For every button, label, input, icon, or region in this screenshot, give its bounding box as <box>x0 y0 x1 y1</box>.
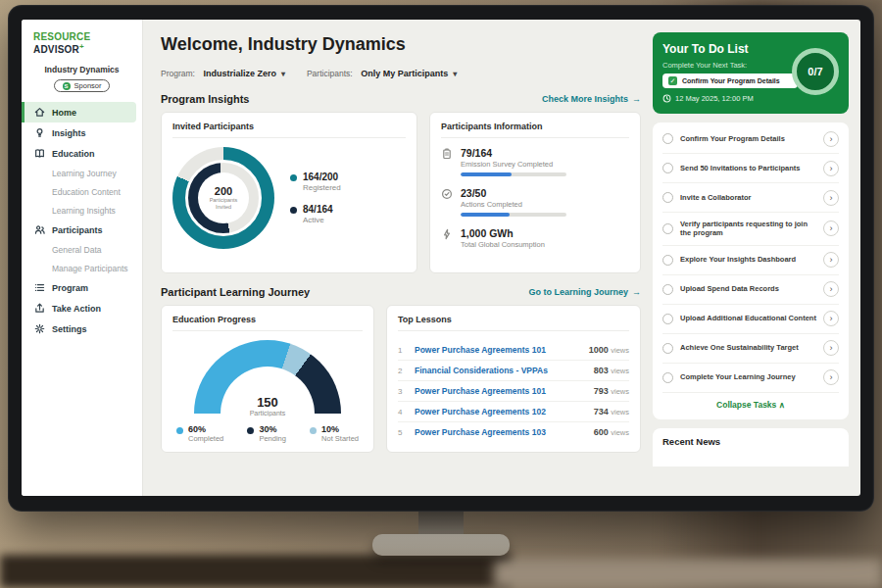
sidebar-item-settings[interactable]: Settings <box>22 318 142 339</box>
donut-center-label: Participants Invited <box>204 197 243 210</box>
task-checkbox[interactable] <box>662 163 673 173</box>
todo-list-card: Confirm Your Program Details › Send 50 I… <box>653 122 849 419</box>
go-to-learning-journey-link[interactable]: Go to Learning Journey → <box>528 287 641 297</box>
task-checkbox[interactable] <box>662 223 673 234</box>
clock-icon <box>662 94 671 103</box>
participants-select[interactable]: Only My Participants ▾ <box>361 69 457 78</box>
program-label: Program: <box>161 69 195 78</box>
sidebar-item-label: General Data <box>52 245 102 255</box>
sponsor-label: Sponsor <box>74 81 102 90</box>
lesson-link[interactable]: Financial Considerations - VPPAs <box>415 366 586 375</box>
views-suffix: views <box>611 367 629 375</box>
task-open-button[interactable]: › <box>823 311 839 326</box>
task-open-button[interactable]: › <box>823 190 839 206</box>
due-date: 12 May 2025, 12:00 PM <box>675 94 754 103</box>
lesson-link[interactable]: Power Purchase Agreements 101 <box>415 386 586 396</box>
sidebar-item-learning-journey[interactable]: Learning Journey <box>22 164 142 182</box>
checkbox-icon[interactable]: ✓ <box>668 76 677 85</box>
task-row[interactable]: Invite a Collaborator › <box>662 183 839 213</box>
lesson-row: 3 Power Purchase Agreements 101 793 view… <box>398 381 629 402</box>
task-row[interactable]: Confirm Your Program Details › <box>662 124 839 154</box>
task-open-button[interactable]: › <box>823 161 839 176</box>
task-label: Explore Your Insights Dashboard <box>680 255 816 265</box>
legend-completed: 60% Completed <box>176 424 223 443</box>
task-label: Complete Your Learning Journey <box>680 372 816 382</box>
task-row[interactable]: Send 50 Invitations to Participants › <box>662 154 839 183</box>
sidebar-item-education[interactable]: Education <box>22 143 142 164</box>
sponsor-icon: S <box>63 82 71 90</box>
sidebar-item-label: Education Content <box>52 187 121 197</box>
gauge-center-value: 150 <box>194 395 341 410</box>
legend-value: 30% <box>259 424 286 434</box>
sidebar-item-program[interactable]: Program <box>22 277 142 298</box>
task-checkbox[interactable] <box>662 314 673 324</box>
sidebar-item-take-action[interactable]: Take Action <box>22 298 142 318</box>
sidebar-item-home[interactable]: Home <box>22 102 136 122</box>
stat-value: 1,000 GWh <box>461 227 545 239</box>
task-checkbox[interactable] <box>662 133 673 144</box>
legend-not-started: 10% Not Started <box>310 424 359 443</box>
arrow-right-icon: → <box>632 94 641 104</box>
task-open-button[interactable]: › <box>823 369 839 385</box>
task-open-button[interactable]: › <box>823 220 839 236</box>
check-more-insights-link[interactable]: Check More Insights → <box>542 94 641 104</box>
sidebar-item-insights[interactable]: Insights <box>22 122 142 143</box>
clipboard-icon <box>441 148 453 160</box>
task-row[interactable]: Complete Your Learning Journey › <box>662 364 839 393</box>
stat-value: 79/164 <box>461 147 566 159</box>
sidebar-item-manage-participants[interactable]: Manage Participants <box>22 259 142 277</box>
next-task-pill[interactable]: ✓ Confirm Your Program Details <box>662 74 798 88</box>
task-open-button[interactable]: › <box>823 340 839 356</box>
sidebar-item-learning-insights[interactable]: Learning Insights <box>22 201 142 220</box>
lesson-row: 5 Power Purchase Agreements 103 600 view… <box>398 422 629 442</box>
gauge-center: 150 Participants <box>194 395 341 416</box>
task-row[interactable]: Upload Spend Data Records › <box>662 275 839 305</box>
task-row[interactable]: Upload Additional Educational Content › <box>662 305 839 334</box>
sidebar-item-general-data[interactable]: General Data <box>22 240 142 259</box>
lesson-link[interactable]: Power Purchase Agreements 101 <box>415 345 581 355</box>
lesson-link[interactable]: Power Purchase Agreements 103 <box>415 427 586 437</box>
task-row[interactable]: Achieve One Sustainability Target › <box>662 334 839 364</box>
card-title: Participants Information <box>441 122 629 138</box>
sidebar-item-participants[interactable]: Participants <box>22 220 142 240</box>
task-checkbox[interactable] <box>662 284 673 295</box>
progress-fill <box>461 172 512 176</box>
book-icon <box>34 148 45 159</box>
collapse-tasks-link[interactable]: Collapse Tasks ∧ <box>662 393 839 417</box>
invited-legend: 164/200 Registered 84/164 Active <box>290 172 341 224</box>
task-checkbox[interactable] <box>662 255 673 266</box>
lesson-link[interactable]: Power Purchase Agreements 102 <box>415 407 586 416</box>
program-select[interactable]: Industrialize Zero ▾ <box>203 69 285 78</box>
lesson-views: 793 <box>594 386 609 396</box>
legend-dot-pending <box>247 427 254 434</box>
card-title: Top Lessons <box>398 315 629 331</box>
legend-label: Pending <box>259 434 286 443</box>
lesson-rank: 2 <box>398 367 407 375</box>
progress-track <box>461 172 566 176</box>
task-open-button[interactable]: › <box>823 131 839 147</box>
task-open-button[interactable]: › <box>823 252 839 268</box>
task-checkbox[interactable] <box>662 372 673 383</box>
task-checkbox[interactable] <box>662 343 673 354</box>
task-checkbox[interactable] <box>662 192 673 203</box>
invited-donut-chart: 200 Participants Invited <box>172 147 274 249</box>
sidebar-item-education-content[interactable]: Education Content <box>22 182 142 201</box>
task-open-button[interactable]: › <box>823 281 839 297</box>
task-label: Confirm Your Program Details <box>680 134 816 144</box>
task-row[interactable]: Explore Your Insights Dashboard › <box>662 246 839 275</box>
invited-donut-center: 200 Participants Invited <box>198 172 249 223</box>
task-row[interactable]: Verify participants requesting to join t… <box>662 213 839 246</box>
arrow-right-icon: → <box>632 287 641 297</box>
sidebar-item-label: Home <box>52 108 76 118</box>
chevron-down-icon: ▾ <box>453 70 457 78</box>
invited-chart-area: 200 Participants Invited 164/200 Registe… <box>172 147 406 249</box>
stat-label: Emission Survey Completed <box>461 160 566 169</box>
donut-center-value: 200 <box>215 185 232 197</box>
views-suffix: views <box>611 346 629 355</box>
legend-value: 60% <box>188 424 223 434</box>
insights-cards-row: Invited Participants 200 Participants In… <box>161 112 641 273</box>
views-suffix: views <box>611 428 629 437</box>
legend-value: 84/164 <box>303 204 333 215</box>
legend-pending: 30% Pending <box>247 424 286 443</box>
gear-icon <box>34 323 45 334</box>
